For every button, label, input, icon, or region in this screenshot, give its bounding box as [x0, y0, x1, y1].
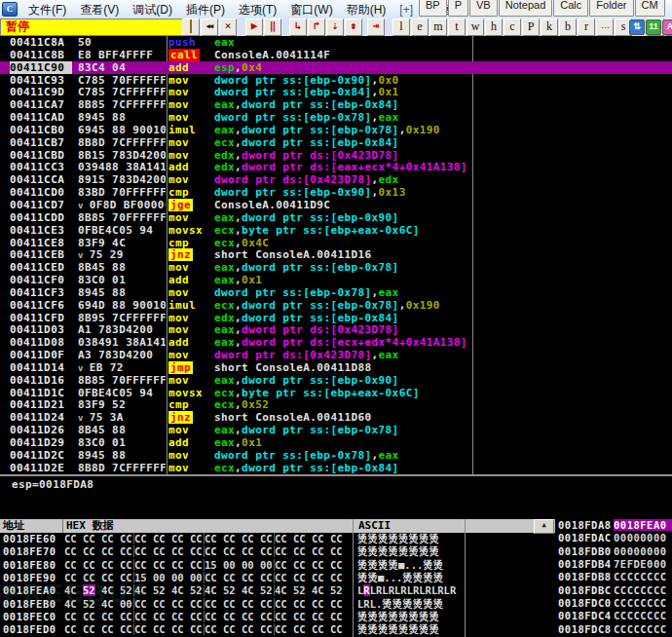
menu-item-5[interactable]: 窗口(W)	[283, 1, 339, 19]
call-stack-button[interactable]: k	[541, 19, 558, 36]
dump-row[interactable]: 0018FE60CC CC CC CCCC CC CC CCCC CC CC C…	[0, 533, 553, 545]
cpu-window-button[interactable]: c	[504, 19, 521, 36]
stack-row[interactable]: 0018FDC0CCCCCCCC	[556, 597, 672, 610]
threads-button[interactable]: t	[448, 19, 466, 36]
disasm-row[interactable]: 00411CBD8B15 783D4200movedx,dword ptr ds…	[0, 149, 672, 162]
dump-row[interactable]: 0018FE70CC CC CC CCCC CC CC CCCC CC CC C…	[0, 545, 553, 558]
executables-button[interactable]: e	[411, 19, 429, 36]
stack-row[interactable]: 0018FDB8CCCCCCCC	[556, 571, 672, 583]
disasm-row[interactable]: 00411C93C785 70FFFFFF 00movdword ptr ss:…	[0, 74, 672, 87]
animate-into-button[interactable]: ⇣	[326, 19, 344, 36]
menu-item-0[interactable]: 文件(F)	[21, 1, 73, 19]
step-into-button[interactable]: ↳	[289, 19, 307, 36]
memory-map-button[interactable]: m	[429, 19, 447, 36]
dump-row[interactable]: 0018FED0CC CC CC CCCC CC CC CCCC CC CC C…	[0, 623, 553, 636]
plugin-button-calc[interactable]: Calc	[553, 0, 588, 17]
close-button[interactable]: ×	[219, 19, 237, 36]
swap-panels-icon[interactable]: ⇅	[629, 19, 645, 35]
disasm-row[interactable]: 00411D24v 75 3Ajnzshort ConsoleA.00411D6…	[0, 411, 672, 424]
menu-item-3[interactable]: 插件(P)	[179, 1, 232, 19]
open-file-button[interactable]	[182, 19, 200, 36]
windows-button[interactable]: w	[467, 19, 484, 36]
menu-item-4[interactable]: 选项(T)	[232, 1, 283, 19]
pause-button[interactable]: ‖	[264, 19, 281, 36]
dump-row[interactable]: 0018FEB04C 52 4C 00CC CC CC CCCC CC CC C…	[0, 598, 553, 611]
rewind-button[interactable]: ◀◀	[201, 19, 218, 36]
scroll-up-button[interactable]: ▲	[534, 519, 554, 534]
stack-row[interactable]: 0018FDB000000000	[556, 545, 672, 558]
log-window-button[interactable]: l	[392, 19, 410, 36]
run-trace-button[interactable]: ...	[596, 19, 614, 36]
disasm-row[interactable]: 00411D1C0FBE4C05 94movsxecx,byte ptr ss:…	[0, 387, 672, 399]
disasm-row[interactable]: 00411CF083C0 01addeax,0x1	[0, 274, 672, 286]
disasm-row[interactable]: 00411D03A1 783D4200moveax,dword ptr ds:[…	[0, 323, 672, 336]
disasm-row[interactable]: 00411CDD8B85 70FFFFFFmoveax,dword ptr ss…	[0, 211, 672, 224]
animate-over-button[interactable]: ⇟	[345, 19, 362, 36]
disasm-row[interactable]: 00411CB78B8D 7CFFFFFFmovecx,dword ptr ss…	[0, 136, 672, 149]
disasm-row[interactable]: 00411D14v EB 72jmpshort ConsoleA.00411D8…	[0, 361, 672, 374]
plugin-button-bp[interactable]: BP	[419, 0, 447, 17]
disasm-row[interactable]: 00411D2983C0 01addeax,0x1	[0, 436, 672, 449]
references-button[interactable]: r	[578, 19, 595, 36]
stack-panel[interactable]: 0018FDA80018FEA00018FDAC000000000018FDB0…	[556, 519, 672, 637]
disasm-row[interactable]: 00411CF6694D 88 90010000imulecx,dword pt…	[0, 299, 672, 312]
disasm-row[interactable]: 00411C9DC785 7CFFFFFF 01movdword ptr ss:…	[0, 86, 672, 98]
dump-row[interactable]: 0018FE80CC CC CC CCCC CC CC CC15 00 00 0…	[0, 559, 553, 572]
run-button[interactable]: ▶	[245, 19, 263, 36]
disasm-row[interactable]: 00411C9083C4 04addesp,0x4	[0, 61, 672, 74]
stack-row[interactable]: 0018FDBCCCCCCCCC	[556, 584, 672, 597]
plugin-button-p[interactable]: P	[448, 0, 468, 17]
dump-row[interactable]: 0018FEA04C 52 4C 524C 52 4C 524C 52 4C 5…	[0, 584, 553, 597]
patches-button[interactable]: P	[522, 19, 540, 36]
disasm-row[interactable]: 00411CEBv 75 29jnzshort ConsoleA.00411D1…	[0, 248, 672, 261]
disasm-row[interactable]: 00411CC3039488 38A14100addedx,dword ptr …	[0, 161, 672, 173]
green-plugin-icon[interactable]: 11	[646, 19, 661, 35]
disasm-row[interactable]: 00411CA78B85 7CFFFFFFmoveax,dword ptr ss…	[0, 98, 672, 111]
menu-bar: C 文件(F)查看(V)调试(D)插件(P)选项(T)窗口(W)帮助(H)[+]…	[0, 0, 672, 19]
stack-row[interactable]: 0018FDAC00000000	[556, 532, 672, 544]
disasm-row[interactable]: 00411D268B45 88moveax,dword ptr ss:[ebp-…	[0, 424, 672, 436]
memory-dump-panel[interactable]: 0018FE60CC CC CC CCCC CC CC CCCC CC CC C…	[0, 533, 553, 637]
disasm-row[interactable]: 00411C8BE8 BFF4FFFFcallConsoleA.0041114F	[0, 49, 672, 61]
disasm-row[interactable]: 00411CED8B45 88moveax,dword ptr ss:[ebp-…	[0, 261, 672, 274]
mnemonic-cell: push	[168, 36, 213, 49]
disasm-row[interactable]: 00411D2183F9 52cmpecx,0x52	[0, 398, 672, 411]
disasm-row[interactable]: 00411CAD8945 88movdword ptr ss:[ebp-0x78…	[0, 111, 672, 124]
operand: dword ptr ss:[ebp-0x78]	[242, 261, 399, 274]
disasm-row[interactable]: 00411CE30FBE4C05 94movsxecx,byte ptr ss:…	[0, 224, 672, 237]
disasm-row[interactable]: 00411D2C8945 88movdword ptr ss:[ebp-0x78…	[0, 449, 672, 462]
plugin-button-cm[interactable]: CM	[635, 0, 665, 17]
menu-item-7[interactable]: [+]	[392, 1, 420, 19]
menu-item-2[interactable]: 调试(D)	[126, 1, 179, 19]
plugin-button-vb[interactable]: VB	[469, 0, 498, 17]
execute-till-return-button[interactable]: ⇥	[367, 19, 385, 36]
disasm-row[interactable]: 00411D08038491 38A14100addeax,dword ptr …	[0, 336, 672, 349]
handles-button[interactable]: h	[485, 19, 503, 36]
menu-item-1[interactable]: 查看(V)	[73, 1, 126, 19]
disasm-row[interactable]: 00411CE883F9 4Ccmpecx,0x4C	[0, 237, 672, 249]
plugin-button-notepad[interactable]: Notepad	[499, 0, 553, 17]
disasm-row[interactable]: 00411CD7v 0F8D BF000000jgeConsoleA.00411…	[0, 199, 672, 211]
stack-row[interactable]: 0018FDC4CCCCCCCC	[556, 610, 672, 622]
hex-group: 4C 52 4C 52	[275, 584, 344, 596]
menu-item-6[interactable]: 帮助(H)	[340, 1, 393, 19]
dump-row[interactable]: 0018FE90CC CC CC CC15 00 00 00CC CC CC C…	[0, 572, 553, 584]
stack-row[interactable]: 0018FDC8CCCCCCCC	[556, 623, 672, 636]
disasm-row[interactable]: 00411CFD8B95 7CFFFFFFmovedx,dword ptr ss…	[0, 312, 672, 324]
disasm-row[interactable]: 00411CD083BD 70FFFFFF 13cmpdword ptr ss:…	[0, 186, 672, 199]
disassembly-panel[interactable]: 00411C8A50pusheax00411C8BE8 BFF4FFFFcall…	[0, 36, 672, 474]
stack-row[interactable]: 0018FDA80018FEA0	[556, 519, 672, 532]
disasm-row[interactable]: 00411CCA8915 783D4200movdword ptr ds:[0x…	[0, 173, 672, 186]
step-over-button[interactable]: ↱	[308, 19, 325, 36]
dump-row[interactable]: 0018FEC0CC CC CC CCCC CC CC CCCC CC CC C…	[0, 611, 553, 623]
stack-row[interactable]: 0018FDB47EFDE000	[556, 558, 672, 571]
plugin-button-folder[interactable]: Folder	[589, 0, 633, 17]
disasm-row[interactable]: 00411D168B85 70FFFFFFmoveax,dword ptr ss…	[0, 374, 672, 387]
disasm-row[interactable]: 00411CB06945 88 90010000imuleax,dword pt…	[0, 124, 672, 136]
disasm-row[interactable]: 00411D2E8B8D 7CFFFFFFmovecx,dword ptr ss…	[0, 462, 672, 474]
breakpoints-button[interactable]: b	[559, 19, 577, 36]
disasm-row[interactable]: 00411CF38945 88movdword ptr ss:[ebp-0x78…	[0, 286, 672, 299]
disasm-row[interactable]: 00411D0FA3 783D4200movdword ptr ds:[0x42…	[0, 349, 672, 361]
pink-a-plugin-icon[interactable]: A	[662, 19, 672, 35]
disasm-row[interactable]: 00411C8A50pusheax	[0, 36, 672, 49]
